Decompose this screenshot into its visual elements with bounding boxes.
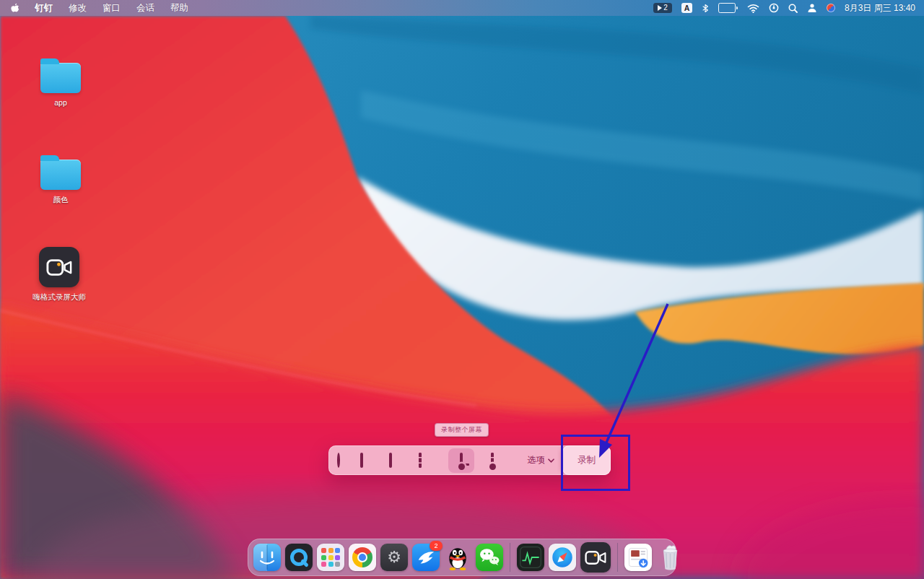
record-entire-screen-button[interactable] [460,454,463,467]
dock-item-chrome[interactable] [349,544,376,571]
menu-item-edit[interactable]: 修改 [61,0,95,16]
capture-selection-button[interactable] [419,454,422,467]
user-switch-icon[interactable] [807,3,817,13]
menu-item-label: 窗口 [103,2,121,14]
tooltip-record-entire-screen: 录制整个屏幕 [435,423,489,437]
menu-bar: 钉钉 修改 窗口 会话 帮助 2 A [0,0,924,16]
security-dot-icon[interactable] [827,4,835,12]
dock-item-qq[interactable] [444,544,471,571]
menu-item-label: 会话 [136,2,154,14]
menu-item-window[interactable]: 窗口 [95,0,128,16]
wechat-icon [477,545,502,570]
apple-logo-icon [10,3,19,14]
apple-menu[interactable] [10,3,19,14]
dock-item-safari[interactable] [549,544,576,571]
video-camera-icon [585,550,606,565]
wifi-icon[interactable] [747,4,759,13]
recording-count: 2 [663,4,668,12]
play-icon [658,5,662,11]
chrome-icon [352,547,372,567]
desktop-icon-label: 颜色 [53,195,69,205]
folder-icon [40,63,81,93]
options-label: 选项 [528,454,545,466]
spotlight-search-icon[interactable] [788,4,798,13]
folder-icon [40,160,81,190]
battery-body [718,3,736,13]
menu-bar-left: 钉钉 修改 窗口 会话 帮助 [0,0,196,16]
gear-icon: ⚙ [387,549,401,565]
menu-item-session[interactable]: 会话 [128,0,162,16]
desktop-icon-folder-color[interactable]: 颜色 [27,154,94,205]
menu-bar-datetime[interactable]: 8月3日 周三 13:40 [845,2,915,14]
dock-item-launchpad[interactable] [317,544,344,571]
dock-item-wechat[interactable] [476,544,503,571]
desktop-screen: 钉钉 修改 窗口 会话 帮助 2 A [0,0,924,579]
dingtalk-badge: 2 [430,541,443,551]
dock-item-quicktime[interactable] [285,544,313,571]
dock-item-finder[interactable] [253,544,281,571]
capture-point-button[interactable] [337,454,340,467]
screen-recording-indicator[interactable]: 2 [653,3,672,13]
chevron-down-icon [548,458,554,463]
annotation-highlight-rectangle [561,435,630,491]
dock-item-trash[interactable] [656,544,684,571]
quicktime-icon [285,544,313,571]
dock-item-screen-recorder[interactable] [580,542,611,573]
video-camera-icon [46,258,72,277]
menu-item-label: 钉钉 [35,2,53,14]
desktop-wallpaper [0,0,924,579]
menu-bar-status-area: 2 A [653,2,924,14]
circle-status-icon[interactable] [769,3,779,13]
dock: ⚙ 2 [248,539,676,576]
bluetooth-icon[interactable] [702,3,709,14]
record-selection-button[interactable] [491,454,494,467]
trash-icon [660,544,681,571]
screen-recorder-app-icon [39,247,79,287]
dock-separator [510,543,510,572]
battery-icon[interactable] [718,3,738,13]
battery-tip [736,6,738,9]
record-selection-icon [491,453,494,468]
tooltip-text: 录制整个屏幕 [441,426,482,433]
dock-item-documents[interactable] [624,544,652,571]
capture-entire-screen-button[interactable] [360,454,363,467]
desktop-icon-screen-recorder-app[interactable]: 嗨格式录屏大师 [19,247,100,302]
dock-item-system-preferences[interactable]: ⚙ [380,544,408,571]
record-screen-icon [460,453,463,468]
activity-chart-icon [518,545,543,570]
dock-item-activity-monitor[interactable] [517,544,544,571]
dock-separator [617,543,618,572]
launchpad-icon [321,548,340,567]
capture-selection-icon [419,453,422,468]
options-dropdown[interactable]: 选项 [522,445,559,475]
qq-icon [446,544,469,571]
menu-item-app[interactable]: 钉钉 [27,0,61,16]
capture-window-icon [389,453,392,468]
dock-item-dingtalk[interactable]: 2 [412,544,440,571]
desktop-icon-label: 嗨格式录屏大师 [32,292,86,302]
safari-icon [549,544,575,570]
finder-icon [253,544,281,571]
document-icon [626,545,650,570]
menu-item-label: 修改 [69,2,87,14]
capture-window-button[interactable] [389,454,392,467]
capture-screen-icon [360,453,363,468]
menu-item-help[interactable]: 帮助 [162,0,196,16]
input-source-icon[interactable]: A [681,3,692,13]
desktop-icon-label: app [54,98,67,107]
menu-item-label: 帮助 [170,2,188,14]
capture-point-icon [337,453,340,468]
desktop-icon-folder-app[interactable]: app [27,58,94,107]
